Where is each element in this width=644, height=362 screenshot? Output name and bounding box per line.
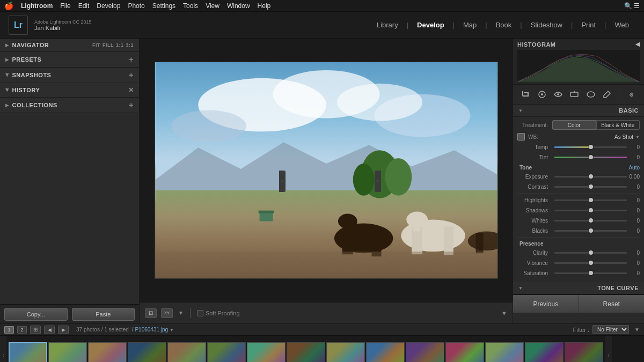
apple-menu[interactable]: 🍎 bbox=[4, 2, 13, 10]
menu-tools[interactable]: Tools bbox=[183, 2, 198, 10]
menu-settings[interactable]: Settings bbox=[152, 2, 175, 10]
photos-path[interactable]: / P1060431.jpg ▼ bbox=[132, 327, 174, 333]
soft-proofing-toggle[interactable]: Soft Proofing bbox=[197, 310, 240, 316]
thumbnail-6[interactable] bbox=[207, 342, 246, 362]
single-view-button[interactable]: ⊡ bbox=[145, 308, 157, 318]
thumbnail-13[interactable] bbox=[485, 342, 524, 362]
page-num-2[interactable]: 2 bbox=[17, 326, 27, 334]
menu-photo[interactable]: Photo bbox=[128, 2, 144, 10]
treatment-bw-button[interactable]: Black & White bbox=[596, 120, 640, 130]
basic-label: Basic bbox=[619, 107, 639, 114]
heal-tool[interactable] bbox=[536, 88, 548, 101]
path-dropdown[interactable]: ▼ bbox=[170, 328, 174, 333]
history-header[interactable]: ▶ History ✕ bbox=[0, 83, 139, 97]
grid-view-button[interactable]: ⊞ bbox=[30, 326, 41, 334]
filmstrip-right-scroll[interactable]: › bbox=[605, 336, 612, 362]
tab-sep-1: | bbox=[407, 21, 408, 29]
basic-section-header[interactable]: ▼ Basic bbox=[513, 105, 644, 117]
crop-tool[interactable] bbox=[519, 88, 532, 101]
wb-eyedropper[interactable] bbox=[517, 133, 525, 141]
thumbnail-5[interactable] bbox=[167, 342, 206, 362]
soft-proofing-checkbox[interactable] bbox=[197, 310, 203, 316]
history-close-button[interactable]: ✕ bbox=[128, 86, 134, 94]
filmstrip-left-scroll[interactable]: ‹ bbox=[0, 336, 6, 362]
shadows-slider[interactable] bbox=[554, 210, 627, 211]
saturation-slider[interactable] bbox=[554, 272, 627, 274]
tab-library[interactable]: Library bbox=[370, 19, 405, 31]
radial-tool[interactable] bbox=[584, 88, 597, 101]
tab-map[interactable]: Map bbox=[457, 19, 483, 31]
whites-label: Whites bbox=[517, 218, 552, 224]
menu-help[interactable]: Help bbox=[258, 2, 271, 10]
right-expand-arrow[interactable]: › bbox=[375, 171, 381, 192]
highlights-slider[interactable] bbox=[554, 200, 627, 201]
filmstrip-forward-button[interactable]: ▶ bbox=[58, 326, 69, 334]
menu-edit[interactable]: Edit bbox=[78, 2, 90, 10]
tab-web[interactable]: Web bbox=[609, 19, 636, 31]
presets-header[interactable]: ▶ Presets + bbox=[0, 52, 139, 67]
toolbar-end-dropdown[interactable]: ▼ bbox=[501, 310, 507, 316]
filmstrip-back-button[interactable]: ◀ bbox=[44, 326, 55, 334]
thumbnail-12[interactable] bbox=[445, 342, 484, 362]
menu-view[interactable]: View bbox=[206, 2, 219, 10]
tone-curve-section-header[interactable]: ▼ Tone Curve bbox=[513, 282, 644, 294]
histogram-collapse[interactable]: ◀ bbox=[635, 41, 640, 48]
treatment-color-button[interactable]: Color bbox=[552, 120, 596, 130]
compare-view-button[interactable]: XY bbox=[161, 308, 173, 318]
collections-add-button[interactable]: + bbox=[129, 101, 134, 109]
tab-slideshow[interactable]: Slideshow bbox=[524, 19, 569, 31]
filter-dropdown[interactable]: No Filter bbox=[592, 325, 629, 334]
contrast-slider[interactable] bbox=[554, 186, 627, 188]
thumbnail-2[interactable] bbox=[48, 342, 87, 362]
settings-tool[interactable]: ⚙ bbox=[625, 88, 638, 101]
wb-dropdown[interactable]: ▼ bbox=[635, 135, 640, 139]
vibrance-slider[interactable] bbox=[554, 262, 627, 264]
gradient-tool[interactable] bbox=[568, 88, 581, 101]
tab-book[interactable]: Book bbox=[489, 19, 518, 31]
snapshots-header[interactable]: ▶ Snapshots + bbox=[0, 68, 139, 83]
histogram-header[interactable]: Histogram ◀ bbox=[517, 41, 640, 48]
thumbnail-8[interactable] bbox=[287, 342, 325, 362]
temp-slider[interactable] bbox=[554, 146, 627, 148]
nav-fill[interactable]: FILL bbox=[103, 42, 114, 48]
navigator-header[interactable]: ▶ Navigator FIT FILL 1:1 3:1 bbox=[0, 39, 139, 51]
tone-auto-button[interactable]: Auto bbox=[628, 165, 640, 171]
tab-develop[interactable]: Develop bbox=[411, 19, 451, 31]
nav-3to1[interactable]: 3:1 bbox=[126, 42, 134, 48]
redeye-tool[interactable] bbox=[552, 88, 565, 101]
nav-1to1[interactable]: 1:1 bbox=[116, 42, 124, 48]
clarity-slider[interactable] bbox=[554, 252, 627, 254]
view-dropdown[interactable]: ▼ bbox=[178, 310, 184, 316]
whites-slider[interactable] bbox=[554, 220, 627, 221]
tint-slider[interactable] bbox=[554, 157, 627, 158]
reset-button[interactable]: Reset bbox=[579, 295, 645, 313]
thumbnail-9[interactable] bbox=[326, 342, 365, 362]
thumbnail-7[interactable] bbox=[247, 342, 286, 362]
nav-fit[interactable]: FIT bbox=[92, 42, 100, 48]
paste-button[interactable]: Paste bbox=[72, 308, 135, 321]
menu-develop[interactable]: Develop bbox=[97, 2, 120, 10]
copy-button[interactable]: Copy... bbox=[4, 308, 68, 321]
filmstrip-expand[interactable]: ▼ bbox=[634, 327, 640, 333]
thumbnail-14[interactable] bbox=[525, 342, 564, 362]
thumbnail-3[interactable] bbox=[88, 342, 127, 362]
presets-add-button[interactable]: + bbox=[129, 55, 134, 64]
menu-file[interactable]: File bbox=[60, 2, 70, 10]
thumbnail-4[interactable] bbox=[128, 342, 166, 362]
tab-print[interactable]: Print bbox=[575, 19, 602, 31]
menu-window[interactable]: Window bbox=[227, 2, 250, 10]
page-num-1[interactable]: 1 bbox=[4, 326, 14, 334]
thumbnail-1[interactable] bbox=[9, 342, 47, 362]
blacks-label: Blacks bbox=[517, 228, 552, 234]
left-expand-arrow[interactable]: ‹ bbox=[279, 171, 286, 192]
previous-button[interactable]: Previous bbox=[513, 295, 579, 313]
exposure-slider[interactable] bbox=[554, 176, 627, 178]
thumbnail-15[interactable] bbox=[565, 342, 603, 362]
collections-header[interactable]: ▶ Collections + bbox=[0, 98, 139, 113]
menu-lightroom[interactable]: Lightroom bbox=[21, 2, 53, 10]
thumbnail-11[interactable] bbox=[406, 342, 444, 362]
brush-tool[interactable] bbox=[601, 88, 613, 101]
snapshots-add-button[interactable]: + bbox=[129, 71, 134, 79]
thumbnail-10[interactable] bbox=[366, 342, 405, 362]
blacks-slider[interactable] bbox=[554, 230, 627, 232]
